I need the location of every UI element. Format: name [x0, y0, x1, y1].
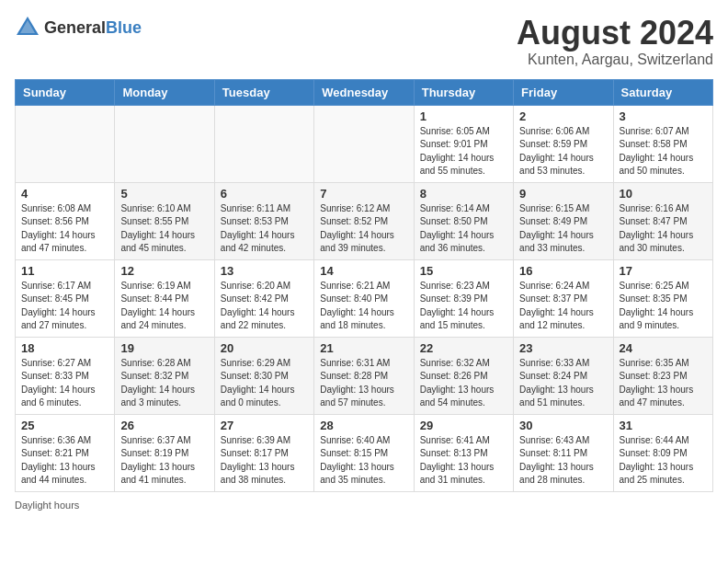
day-info: Sunrise: 6:39 AM Sunset: 8:17 PM Dayligh… — [221, 434, 308, 488]
logo-icon — [15, 15, 40, 40]
day-number: 19 — [120, 341, 208, 355]
location-title: Kunten, Aargau, Switzerland — [517, 52, 713, 68]
calendar-cell: 31Sunrise: 6:44 AM Sunset: 8:09 PM Dayli… — [613, 414, 712, 491]
day-number: 17 — [620, 264, 707, 278]
day-number: 28 — [320, 419, 407, 432]
day-info: Sunrise: 6:41 AM Sunset: 8:13 PM Dayligh… — [420, 434, 507, 488]
day-info: Sunrise: 6:08 AM Sunset: 8:56 PM Dayligh… — [21, 202, 108, 256]
day-info: Sunrise: 6:19 AM Sunset: 8:44 PM Dayligh… — [120, 280, 208, 333]
day-of-week-header: Tuesday — [214, 79, 313, 105]
calendar-cell: 28Sunrise: 6:40 AM Sunset: 8:15 PM Dayli… — [314, 414, 414, 491]
calendar-cell — [314, 105, 414, 182]
calendar-cell — [115, 105, 214, 182]
day-number: 5 — [120, 187, 208, 201]
calendar-cell: 19Sunrise: 6:28 AM Sunset: 8:32 PM Dayli… — [115, 337, 214, 414]
calendar-cell: 25Sunrise: 6:36 AM Sunset: 8:21 PM Dayli… — [16, 414, 115, 491]
day-info: Sunrise: 6:17 AM Sunset: 8:45 PM Dayligh… — [21, 280, 108, 333]
day-info: Sunrise: 6:11 AM Sunset: 8:53 PM Dayligh… — [221, 202, 308, 256]
day-number: 20 — [221, 341, 308, 355]
day-info: Sunrise: 6:32 AM Sunset: 8:26 PM Dayligh… — [420, 357, 507, 410]
day-info: Sunrise: 6:20 AM Sunset: 8:42 PM Dayligh… — [221, 280, 308, 333]
day-info: Sunrise: 6:37 AM Sunset: 8:19 PM Dayligh… — [120, 434, 208, 488]
calendar-cell: 27Sunrise: 6:39 AM Sunset: 8:17 PM Dayli… — [214, 414, 313, 491]
day-number: 2 — [519, 109, 607, 123]
day-info: Sunrise: 6:36 AM Sunset: 8:21 PM Dayligh… — [21, 434, 108, 488]
day-info: Sunrise: 6:33 AM Sunset: 8:24 PM Dayligh… — [519, 357, 607, 410]
calendar-cell: 22Sunrise: 6:32 AM Sunset: 8:26 PM Dayli… — [414, 337, 513, 414]
day-info: Sunrise: 6:07 AM Sunset: 8:58 PM Dayligh… — [620, 125, 707, 178]
day-of-week-header: Wednesday — [314, 79, 414, 105]
day-info: Sunrise: 6:14 AM Sunset: 8:50 PM Dayligh… — [420, 202, 507, 256]
day-of-week-header: Sunday — [16, 79, 115, 105]
day-number: 11 — [21, 264, 108, 278]
calendar-cell — [214, 105, 313, 182]
calendar-cell: 6Sunrise: 6:11 AM Sunset: 8:53 PM Daylig… — [214, 182, 313, 259]
day-number: 25 — [21, 419, 108, 432]
footer-note: Daylight hours — [15, 500, 713, 511]
day-info: Sunrise: 6:10 AM Sunset: 8:55 PM Dayligh… — [120, 202, 208, 256]
day-of-week-header: Friday — [514, 79, 613, 105]
day-number: 9 — [519, 187, 607, 201]
calendar-cell: 10Sunrise: 6:16 AM Sunset: 8:47 PM Dayli… — [613, 182, 712, 259]
day-number: 4 — [21, 187, 108, 201]
day-info: Sunrise: 6:43 AM Sunset: 8:11 PM Dayligh… — [519, 434, 607, 488]
calendar-cell: 7Sunrise: 6:12 AM Sunset: 8:52 PM Daylig… — [314, 182, 414, 259]
calendar-cell: 9Sunrise: 6:15 AM Sunset: 8:49 PM Daylig… — [514, 182, 613, 259]
day-info: Sunrise: 6:35 AM Sunset: 8:23 PM Dayligh… — [620, 357, 707, 410]
day-number: 13 — [221, 264, 308, 278]
day-number: 6 — [221, 187, 308, 201]
month-title: August 2024 — [517, 15, 713, 52]
day-number: 12 — [120, 264, 208, 278]
day-of-week-header: Monday — [115, 79, 214, 105]
calendar-cell: 5Sunrise: 6:10 AM Sunset: 8:55 PM Daylig… — [115, 182, 214, 259]
day-number: 14 — [320, 264, 407, 278]
day-info: Sunrise: 6:23 AM Sunset: 8:39 PM Dayligh… — [420, 280, 507, 333]
day-number: 16 — [519, 264, 607, 278]
day-number: 30 — [519, 419, 607, 432]
day-info: Sunrise: 6:24 AM Sunset: 8:37 PM Dayligh… — [519, 280, 607, 333]
day-info: Sunrise: 6:29 AM Sunset: 8:30 PM Dayligh… — [221, 357, 308, 410]
day-info: Sunrise: 6:44 AM Sunset: 8:09 PM Dayligh… — [620, 434, 707, 488]
day-number: 18 — [21, 341, 108, 355]
day-info: Sunrise: 6:21 AM Sunset: 8:40 PM Dayligh… — [320, 280, 407, 333]
day-info: Sunrise: 6:28 AM Sunset: 8:32 PM Dayligh… — [120, 357, 208, 410]
title-area: August 2024 Kunten, Aargau, Switzerland — [517, 15, 713, 68]
day-number: 22 — [420, 341, 507, 355]
calendar-cell: 12Sunrise: 6:19 AM Sunset: 8:44 PM Dayli… — [115, 259, 214, 337]
day-info: Sunrise: 6:25 AM Sunset: 8:35 PM Dayligh… — [620, 280, 707, 333]
day-number: 29 — [420, 419, 507, 432]
day-number: 21 — [320, 341, 407, 355]
day-info: Sunrise: 6:12 AM Sunset: 8:52 PM Dayligh… — [320, 202, 407, 256]
calendar-cell: 16Sunrise: 6:24 AM Sunset: 8:37 PM Dayli… — [514, 259, 613, 337]
calendar-cell — [16, 105, 115, 182]
calendar-cell: 30Sunrise: 6:43 AM Sunset: 8:11 PM Dayli… — [514, 414, 613, 491]
calendar-cell: 29Sunrise: 6:41 AM Sunset: 8:13 PM Dayli… — [414, 414, 513, 491]
day-info: Sunrise: 6:16 AM Sunset: 8:47 PM Dayligh… — [620, 202, 707, 256]
day-number: 15 — [420, 264, 507, 278]
calendar-cell: 4Sunrise: 6:08 AM Sunset: 8:56 PM Daylig… — [16, 182, 115, 259]
day-of-week-header: Thursday — [414, 79, 513, 105]
day-of-week-header: Saturday — [613, 79, 712, 105]
calendar-cell: 3Sunrise: 6:07 AM Sunset: 8:58 PM Daylig… — [613, 105, 712, 182]
day-number: 10 — [620, 187, 707, 201]
day-info: Sunrise: 6:31 AM Sunset: 8:28 PM Dayligh… — [320, 357, 407, 410]
day-info: Sunrise: 6:27 AM Sunset: 8:33 PM Dayligh… — [21, 357, 108, 410]
day-info: Sunrise: 6:40 AM Sunset: 8:15 PM Dayligh… — [320, 434, 407, 488]
calendar-cell: 26Sunrise: 6:37 AM Sunset: 8:19 PM Dayli… — [115, 414, 214, 491]
header: GeneralBlue August 2024 Kunten, Aargau, … — [15, 15, 713, 68]
calendar-cell: 2Sunrise: 6:06 AM Sunset: 8:59 PM Daylig… — [514, 105, 613, 182]
calendar-cell: 24Sunrise: 6:35 AM Sunset: 8:23 PM Dayli… — [613, 337, 712, 414]
calendar-cell: 21Sunrise: 6:31 AM Sunset: 8:28 PM Dayli… — [314, 337, 414, 414]
day-info: Sunrise: 6:15 AM Sunset: 8:49 PM Dayligh… — [519, 202, 607, 256]
calendar-cell: 17Sunrise: 6:25 AM Sunset: 8:35 PM Dayli… — [613, 259, 712, 337]
day-number: 8 — [420, 187, 507, 201]
day-number: 27 — [221, 419, 308, 432]
calendar: SundayMondayTuesdayWednesdayThursdayFrid… — [15, 79, 713, 492]
day-number: 26 — [120, 419, 208, 432]
day-number: 3 — [620, 109, 707, 123]
day-info: Sunrise: 6:05 AM Sunset: 9:01 PM Dayligh… — [420, 125, 507, 178]
calendar-cell: 15Sunrise: 6:23 AM Sunset: 8:39 PM Dayli… — [414, 259, 513, 337]
logo: GeneralBlue — [15, 15, 142, 40]
day-number: 31 — [620, 419, 707, 432]
calendar-cell: 13Sunrise: 6:20 AM Sunset: 8:42 PM Dayli… — [214, 259, 313, 337]
